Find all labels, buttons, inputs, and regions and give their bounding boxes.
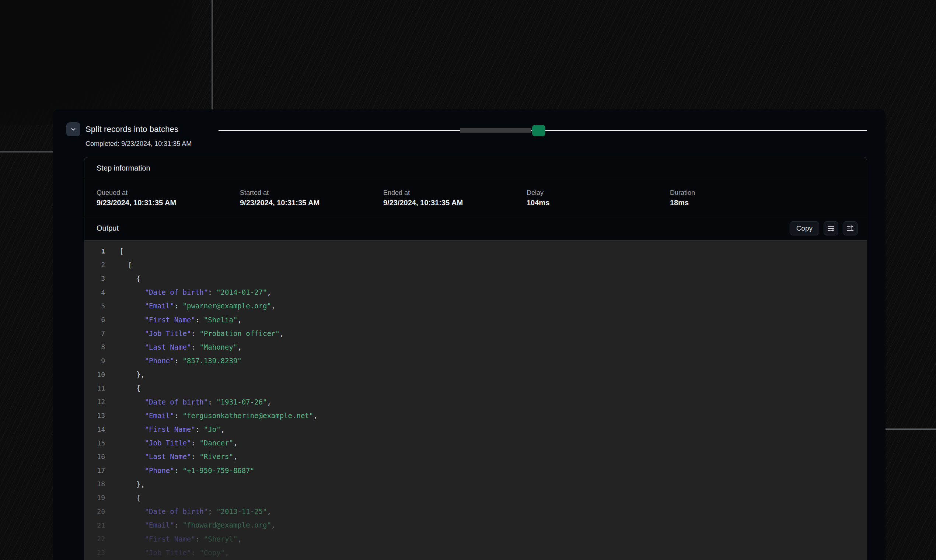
code-line-3: 3 { (85, 272, 867, 285)
code-line-22: 22 "First Name": "Sheryl", (85, 532, 867, 546)
meta-label: Ended at (383, 189, 410, 197)
copy-button[interactable]: Copy (790, 222, 819, 235)
meta-value: 9/23/2024, 10:31:35 AM (240, 198, 320, 207)
line-number: 9 (85, 357, 105, 365)
line-number: 1 (85, 247, 105, 255)
line-number: 23 (85, 549, 105, 556)
code-line-8: 8 "Last Name": "Mahoney", (85, 340, 867, 354)
line-number: 6 (85, 316, 105, 323)
code-line-14: 14 "First Name": "Jo", (85, 422, 867, 436)
code-line-11: 11 { (85, 381, 867, 395)
step-information-header: Step information (85, 157, 867, 179)
code-line-13: 13 "Email": "fergusonkatherine@example.n… (85, 409, 867, 422)
code-line-15: 15 "Job Title": "Dancer", (85, 436, 867, 450)
output-code-viewer[interactable]: 1[2 [3 {4 "Date of birth": "2014-01-27",… (85, 241, 867, 560)
code-line-19: 19 { (85, 491, 867, 505)
line-content: }, (119, 480, 145, 488)
code-line-12: 12 "Date of birth": "1931-07-26", (85, 395, 867, 409)
line-content: "Job Title": "Dancer", (119, 439, 237, 447)
background-vertical-line (211, 0, 212, 110)
step-information-title: Step information (97, 164, 150, 172)
meta-label: Queued at (97, 189, 128, 197)
code-line-17: 17 "Phone": "+1-950-759-8687" (85, 463, 867, 477)
step-status-text: Completed: 9/23/2024, 10:31:35 AM (86, 140, 192, 148)
step-title: Split records into batches (86, 125, 179, 134)
meta-value: 9/23/2024, 10:31:35 AM (383, 198, 463, 207)
line-content: { (119, 384, 140, 392)
background-shade (0, 0, 192, 125)
line-number: 4 (85, 288, 105, 296)
line-number: 18 (85, 480, 105, 488)
line-content: "Date of birth": "2014-01-27", (119, 288, 271, 296)
code-line-16: 16 "Last Name": "Rivers", (85, 450, 867, 463)
line-number: 19 (85, 494, 105, 502)
run-timeline-marker[interactable] (532, 125, 545, 136)
collapse-step-button[interactable] (66, 122, 80, 136)
line-content: "Last Name": "Rivers", (119, 452, 237, 460)
line-content: { (119, 274, 140, 283)
code-line-4: 4 "Date of birth": "2014-01-27", (85, 286, 867, 299)
wrap-text-button[interactable] (824, 222, 838, 235)
meta-value: 104ms (526, 198, 550, 207)
line-number: 21 (85, 521, 105, 529)
line-content: "First Name": "Sheryl", (119, 535, 242, 543)
meta-label: Duration (670, 189, 695, 197)
line-content: "Email": "fergusonkatherine@example.net"… (119, 412, 318, 420)
meta-value: 9/23/2024, 10:31:35 AM (97, 198, 176, 207)
line-content: "Date of birth": "2013-11-25", (119, 507, 271, 515)
line-content: [ (119, 261, 132, 269)
line-number: 10 (85, 371, 105, 378)
meta-label: Started at (240, 189, 269, 197)
line-content: "First Name": "Jo", (119, 425, 225, 433)
line-content: "Email": "pwarner@example.org", (119, 302, 275, 310)
run-timeline-segment (460, 128, 531, 132)
line-content: "Phone": "857.139.8239" (119, 357, 242, 365)
line-number: 11 (85, 384, 105, 392)
code-line-10: 10 }, (85, 368, 867, 381)
line-number: 22 (85, 535, 105, 543)
line-number: 15 (85, 439, 105, 447)
scroll-to-top-icon (846, 225, 854, 232)
background-horizontal-line-left (0, 151, 53, 152)
code-line-21: 21 "Email": "fhoward@example.org", (85, 518, 867, 532)
wrap-text-icon (827, 225, 835, 232)
output-title: Output (97, 224, 119, 232)
line-content: "Job Title": "Probation officer", (119, 329, 284, 337)
line-content: "First Name": "Shelia", (119, 316, 242, 324)
code-line-9: 9 "Phone": "857.139.8239" (85, 354, 867, 368)
code-line-2: 2 [ (85, 258, 867, 272)
output-header-row: Output Copy (85, 216, 867, 241)
line-content: { (119, 494, 140, 502)
output-actions: Copy (790, 222, 857, 235)
step-information-card: Step information Queued at9/23/2024, 10:… (84, 157, 867, 560)
line-number: 7 (85, 329, 105, 337)
scroll-to-top-button[interactable] (843, 222, 857, 235)
line-content: "Date of birth": "1931-07-26", (119, 398, 271, 406)
line-content: "Job Title": "Copy", (119, 549, 229, 557)
line-content: }, (119, 370, 145, 378)
line-number: 17 (85, 466, 105, 474)
background-horizontal-line-right (885, 428, 936, 430)
line-number: 2 (85, 261, 105, 269)
step-detail-panel: Split records into batches Completed: 9/… (53, 109, 885, 560)
code-line-20: 20 "Date of birth": "2013-11-25", (85, 505, 867, 518)
line-number: 12 (85, 398, 105, 406)
chevron-down-icon (70, 126, 77, 132)
line-number: 3 (85, 274, 105, 282)
meta-value: 18ms (670, 198, 689, 207)
code-line-7: 7 "Job Title": "Probation officer", (85, 326, 867, 340)
line-content: "Phone": "+1-950-759-8687" (119, 466, 254, 474)
line-number: 20 (85, 508, 105, 515)
code-line-6: 6 "First Name": "Shelia", (85, 313, 867, 326)
line-content: [ (119, 247, 123, 255)
code-line-23: 23 "Job Title": "Copy", (85, 546, 867, 559)
code-line-5: 5 "Email": "pwarner@example.org", (85, 299, 867, 313)
line-number: 5 (85, 302, 105, 310)
code-line-1: 1[ (85, 244, 867, 258)
meta-label: Delay (526, 189, 543, 197)
line-number: 8 (85, 343, 105, 351)
line-content: "Email": "fhoward@example.org", (119, 521, 275, 529)
line-number: 13 (85, 412, 105, 419)
step-metadata-row: Queued at9/23/2024, 10:31:35 AMStarted a… (85, 179, 867, 216)
code-line-18: 18 }, (85, 477, 867, 491)
